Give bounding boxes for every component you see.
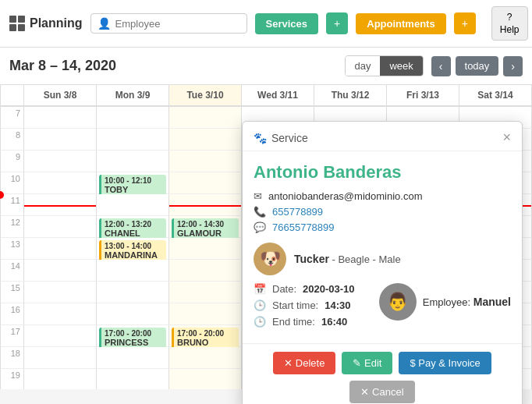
cell-sun-18[interactable] bbox=[24, 347, 97, 369]
phone-icon: 📞 bbox=[254, 206, 266, 218]
cell-tue-14[interactable] bbox=[169, 260, 242, 282]
cell-tue-12[interactable]: 12:00 - 14:30 GLAMOUR Caniche 👤 Luis Alb… bbox=[169, 216, 242, 238]
help-button[interactable]: ? Help bbox=[491, 6, 528, 41]
time-13: 13 bbox=[1, 238, 24, 260]
cell-sun-13[interactable] bbox=[24, 238, 97, 260]
client-name: Antonio Banderas bbox=[254, 162, 511, 183]
cell-tue-16[interactable] bbox=[169, 303, 242, 325]
employee-name: Manuel bbox=[473, 296, 511, 308]
time-17: 17 bbox=[1, 325, 24, 347]
employee-info: Employee: Manuel bbox=[423, 296, 511, 308]
current-time-line-tue bbox=[169, 205, 241, 207]
cell-mon-18[interactable] bbox=[97, 347, 169, 369]
pet-breed-gender: - Beagle - Male bbox=[332, 253, 401, 265]
cell-sun-12[interactable] bbox=[24, 216, 97, 238]
date-row: 📅 Date: 2020-03-10 bbox=[254, 283, 355, 295]
email-row: ✉ antoniobanderas@midominio.com bbox=[254, 190, 511, 202]
current-time-dot bbox=[0, 191, 4, 199]
service-icon: 🐾 bbox=[254, 132, 267, 144]
col-header-sat: Sat 3/14 bbox=[459, 85, 532, 107]
cell-mon-17[interactable]: 17:00 - 20:00 PRINCESS Coton de tulear 👤… bbox=[97, 325, 169, 347]
time-12: 12 bbox=[1, 216, 24, 238]
start-label: Start time: bbox=[272, 299, 318, 311]
end-value: 16:40 bbox=[321, 316, 347, 328]
client-phone: 655778899 bbox=[272, 206, 323, 218]
day-view-button[interactable]: day bbox=[346, 56, 381, 76]
cell-sun-7[interactable] bbox=[24, 107, 97, 129]
cell-sun-11[interactable] bbox=[24, 194, 97, 216]
email-icon: ✉ bbox=[254, 190, 262, 202]
cell-sun-16[interactable] bbox=[24, 303, 97, 325]
employee-search-input[interactable] bbox=[115, 18, 240, 30]
col-header-sun: Sun 3/8 bbox=[24, 85, 97, 107]
modal-title-area: 🐾 Service bbox=[254, 132, 308, 144]
person-icon: 👤 bbox=[98, 17, 111, 30]
today-button[interactable]: today bbox=[456, 56, 499, 76]
appointments-add-button[interactable]: + bbox=[454, 12, 476, 34]
employee-avatar: 👨 bbox=[379, 283, 417, 321]
cell-sun-17[interactable] bbox=[24, 325, 97, 347]
cell-sun-9[interactable] bbox=[24, 151, 97, 172]
cell-tue-8[interactable] bbox=[169, 129, 242, 151]
appointments-button[interactable]: Appointments bbox=[356, 13, 445, 34]
cell-mon-14[interactable] bbox=[97, 260, 169, 282]
cell-mon-15[interactable] bbox=[97, 282, 169, 303]
cell-mon-8[interactable] bbox=[97, 129, 169, 151]
delete-button[interactable]: ✕ Delete bbox=[273, 352, 335, 374]
cell-mon-19[interactable] bbox=[97, 369, 169, 389]
cell-mon-10[interactable]: 10:00 - 12:10 TOBY Pinscher 👤 Andrew Edw… bbox=[97, 172, 169, 194]
services-add-button[interactable]: + bbox=[326, 12, 348, 34]
time-10: 10 bbox=[1, 172, 24, 194]
next-week-button[interactable]: › bbox=[503, 56, 523, 76]
cell-sun-8[interactable] bbox=[24, 129, 97, 151]
time-14: 14 bbox=[1, 260, 24, 282]
cell-mon-11[interactable] bbox=[97, 194, 169, 216]
time-7: 7 bbox=[1, 107, 24, 129]
employee-search-box[interactable]: 👤 bbox=[90, 13, 247, 34]
cell-mon-16[interactable] bbox=[97, 303, 169, 325]
pet-info: Tucker - Beagle - Male bbox=[294, 253, 401, 265]
services-button[interactable]: Services bbox=[255, 13, 319, 34]
question-icon: ? bbox=[507, 12, 512, 23]
modal-title-text: Service bbox=[271, 132, 308, 144]
cell-tue-17[interactable]: 17:00 - 20:00 BRUNO Majorero 👤 Claudia T… bbox=[169, 325, 242, 347]
prev-week-button[interactable]: ‹ bbox=[431, 56, 451, 76]
cell-sun-14[interactable] bbox=[24, 260, 97, 282]
cell-tue-11[interactable] bbox=[169, 194, 242, 216]
calendar-icon: 📅 bbox=[254, 283, 266, 295]
col-header-fri: Fri 3/13 bbox=[387, 85, 459, 107]
cell-tue-13[interactable] bbox=[169, 238, 242, 260]
calendar-toolbar: Mar 8 – 14, 2020 day week ‹ today › bbox=[0, 48, 532, 85]
cell-sun-15[interactable] bbox=[24, 282, 97, 303]
cell-tue-19[interactable] bbox=[169, 369, 242, 389]
cell-tue-15[interactable] bbox=[169, 282, 242, 303]
week-view-button[interactable]: week bbox=[380, 56, 422, 76]
clock-icon: 🕒 bbox=[254, 299, 266, 311]
calendar-nav: ‹ today › bbox=[431, 56, 523, 76]
cell-tue-18[interactable] bbox=[169, 347, 242, 369]
cell-sun-19[interactable] bbox=[24, 369, 97, 389]
cell-mon-12[interactable]: 12:00 - 13:20 CHANEL Caniche 👤 Teresa Ru… bbox=[97, 216, 169, 238]
end-time-row: 🕒 End time: 16:40 bbox=[254, 316, 355, 328]
cell-mon-7[interactable] bbox=[97, 107, 169, 129]
client-whatsapp: 76655778899 bbox=[272, 221, 335, 233]
app-logo: Planning bbox=[9, 16, 83, 31]
time-18: 18 bbox=[1, 347, 24, 369]
clock2-icon: 🕒 bbox=[254, 316, 266, 328]
cancel-button[interactable]: ✕ Cancel bbox=[349, 381, 414, 403]
time-19: 19 bbox=[1, 369, 24, 389]
appointment-details-left: 📅 Date: 2020-03-10 🕒 Start time: 14:30 🕒… bbox=[254, 283, 355, 332]
whatsapp-row: 💬 76655778899 bbox=[254, 221, 511, 233]
cell-sun-10[interactable] bbox=[24, 172, 97, 194]
modal-header: 🐾 Service × bbox=[243, 122, 522, 151]
modal-close-button[interactable]: × bbox=[502, 129, 511, 146]
app-header: Planning 👤 Services + Appointments + ? H… bbox=[0, 0, 532, 48]
cell-tue-10[interactable] bbox=[169, 172, 242, 194]
pay-invoice-button[interactable]: $ Pay & Invoice bbox=[399, 352, 491, 374]
cell-tue-9[interactable] bbox=[169, 151, 242, 172]
cell-mon-9[interactable] bbox=[97, 151, 169, 172]
whatsapp-icon: 💬 bbox=[254, 221, 266, 233]
cell-tue-7[interactable] bbox=[169, 107, 242, 129]
cell-mon-13[interactable]: 13:00 - 14:00 MANDARINA Caniche 👤 Nagore… bbox=[97, 238, 169, 260]
edit-button[interactable]: ✎ Edit bbox=[342, 352, 392, 374]
